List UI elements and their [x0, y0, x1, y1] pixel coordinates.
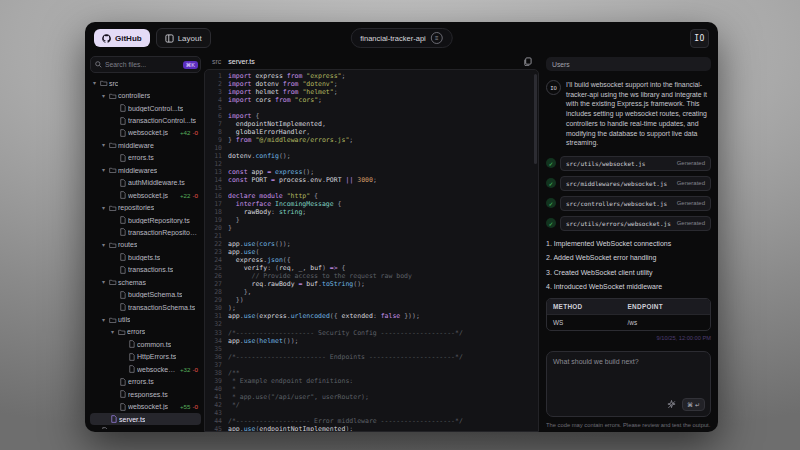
search-input[interactable]: Search files... ⌘K	[90, 56, 201, 73]
tree-file-budgetcontrol-ts[interactable]: budgetControl...ts	[90, 102, 201, 114]
generated-files-list: ✓src/utils/websocket.jsGenerated✓src/mid…	[546, 156, 711, 231]
tree-file-responses-ts[interactable]: responses.ts	[90, 388, 201, 400]
tree-item-label: budgets.ts	[128, 254, 160, 261]
tree-folder-src[interactable]: ▾src	[90, 77, 201, 89]
tree-item-label: schemas	[118, 279, 146, 286]
tree-file-transactions-ts[interactable]: transactions.ts	[90, 264, 201, 276]
tree-file-transactionschema-ts[interactable]: transactionSchema.ts	[90, 301, 201, 313]
code-line: 6import {	[205, 112, 538, 120]
tree-file-authmiddleware-ts[interactable]: authMiddleware.ts	[90, 177, 201, 189]
generated-file-pill[interactable]: src/controllers/websocket.jsGenerated	[560, 196, 711, 211]
copy-button[interactable]	[523, 57, 532, 66]
diff-stats: +42-0	[177, 129, 198, 136]
input-actions: ⌘ ↵	[667, 398, 705, 411]
line-number: 18	[205, 208, 228, 216]
tree-folder-middlewares[interactable]: ▾middlewares	[90, 164, 201, 176]
tree-folder-middleware[interactable]: ▾middleware	[90, 139, 201, 151]
top-bar: GitHub Layout financial-tracker-api ≡ IO	[85, 22, 718, 54]
diff-stats: +3-1	[180, 428, 198, 429]
layout-icon	[165, 34, 174, 43]
generated-file-pill[interactable]: src/middlewares/websocket.jsGenerated	[560, 176, 711, 191]
generated-file-status: Generated	[672, 200, 705, 206]
code-line: 30);	[205, 304, 538, 312]
file-icon	[119, 228, 128, 236]
line-text	[228, 232, 538, 240]
line-number: 13	[205, 168, 228, 176]
file-icon	[119, 253, 128, 261]
github-icon	[102, 34, 111, 43]
folder-icon	[109, 278, 118, 286]
file-icon	[119, 303, 128, 311]
code-panel[interactable]: 1import express from "express";2import d…	[204, 69, 539, 432]
chat-input[interactable]: What should we build next? ⌘ ↵	[546, 351, 711, 417]
tree-folder-controllers[interactable]: ▾controllers	[90, 89, 201, 101]
code-line: 27 req.rawBody = buf.toString();	[205, 280, 538, 288]
sparkle-toggle-button[interactable]	[667, 400, 676, 409]
file-icon	[119, 390, 128, 398]
line-number: 40	[205, 385, 228, 393]
code-editor: src server.ts 1import express from "expr…	[204, 54, 540, 432]
line-text: import cors from "cors";	[228, 96, 538, 104]
code-line: 11dotenv.config();	[205, 152, 538, 160]
line-text	[228, 184, 538, 192]
line-number: 43	[205, 409, 228, 417]
line-text: interface IncomingMessage {	[228, 200, 538, 208]
assistant-avatar: IO	[546, 80, 561, 95]
tree-file-package-json[interactable]: package.json+3-1	[90, 425, 201, 429]
tree-item-label: budgetSchema.ts	[128, 291, 182, 298]
tree-file-budgetschema-ts[interactable]: budgetSchema.ts	[90, 288, 201, 300]
chevron-down-icon: ▾	[102, 279, 109, 285]
tree-file-transactioncontrol-ts[interactable]: transactionControl...ts	[90, 114, 201, 126]
line-text: express.json({	[228, 256, 538, 264]
endpoint-table-header: METHODENDPOINT	[547, 299, 710, 314]
generated-file-path: src/controllers/websocket.js	[566, 200, 672, 207]
tree-folder-repositories[interactable]: ▾repositories	[90, 201, 201, 213]
tree-file-budgets-ts[interactable]: budgets.ts	[90, 251, 201, 263]
chevron-down-icon: ▾	[102, 242, 109, 248]
editor-breadcrumb: src server.ts	[204, 54, 540, 69]
tree-folder-routes[interactable]: ▾routes	[90, 239, 201, 251]
line-number: 36	[205, 353, 228, 361]
send-button[interactable]: ⌘ ↵	[682, 398, 705, 411]
tree-item-label: responses.ts	[128, 391, 168, 398]
file-icon	[119, 154, 128, 162]
chat-header-pill[interactable]: Users	[546, 57, 711, 71]
layout-button[interactable]: Layout	[156, 28, 211, 48]
tree-file-transactionrepository-ts[interactable]: transactionRepository.ts	[90, 226, 201, 238]
tree-file-websocket-js[interactable]: websocket.js+42-0	[90, 127, 201, 139]
send-shortcut-label: ⌘ ↵	[687, 401, 700, 408]
tree-file-httperrors-ts[interactable]: HttpErrors.ts	[90, 351, 201, 363]
line-text: const PORT = process.env.PORT || 3000;	[228, 176, 538, 184]
line-number: 1	[205, 72, 228, 80]
file-icon	[119, 291, 128, 299]
tree-item-label: transactionControl...ts	[128, 117, 196, 124]
tree-folder-errors[interactable]: ▾errors	[90, 326, 201, 338]
line-number: 41	[205, 393, 228, 401]
folder-icon	[109, 204, 118, 212]
generated-file-pill[interactable]: src/utils/websocket.jsGenerated	[560, 156, 711, 171]
step-item: 4. Introduced WebSocket middleware	[546, 283, 711, 290]
tree-file-websocket-js[interactable]: websocket.js+32-0	[90, 363, 201, 375]
line-text: } from "@/middleware/errors.js";	[228, 136, 538, 144]
repo-menu-icon: ≡	[431, 32, 443, 44]
repo-selector[interactable]: financial-tracker-api ≡	[350, 28, 452, 48]
tree-folder-schemas[interactable]: ▾schemas	[90, 276, 201, 288]
code-line: 20}	[205, 224, 538, 232]
generated-file-pill[interactable]: src/utils/errors/websocket.jsGenerated	[560, 216, 711, 231]
line-number: 11	[205, 152, 228, 160]
tree-file-errors-ts[interactable]: errors.ts	[90, 376, 201, 388]
file-icon	[128, 340, 137, 348]
tree-file-websocket-js[interactable]: websocket.js+55-0	[90, 400, 201, 412]
github-button[interactable]: GitHub	[94, 29, 150, 47]
main-area: Search files... ⌘K ▾src▾controllersbudge…	[85, 54, 718, 432]
tree-file-budgetrepository-ts[interactable]: budgetRepository.ts	[90, 214, 201, 226]
tree-file-errors-ts[interactable]: errors.ts	[90, 152, 201, 164]
line-text: app.use(	[228, 248, 538, 256]
tree-file-server-ts[interactable]: server.ts	[90, 413, 201, 425]
table-header-method: METHOD	[547, 299, 622, 314]
tree-file-common-ts[interactable]: common.ts	[90, 338, 201, 350]
line-number: 25	[205, 264, 228, 272]
editor-scrollbar[interactable]	[534, 74, 537, 164]
tree-file-websocket-js[interactable]: websocket.js+22-0	[90, 189, 201, 201]
tree-folder-utils[interactable]: ▾utils	[90, 313, 201, 325]
